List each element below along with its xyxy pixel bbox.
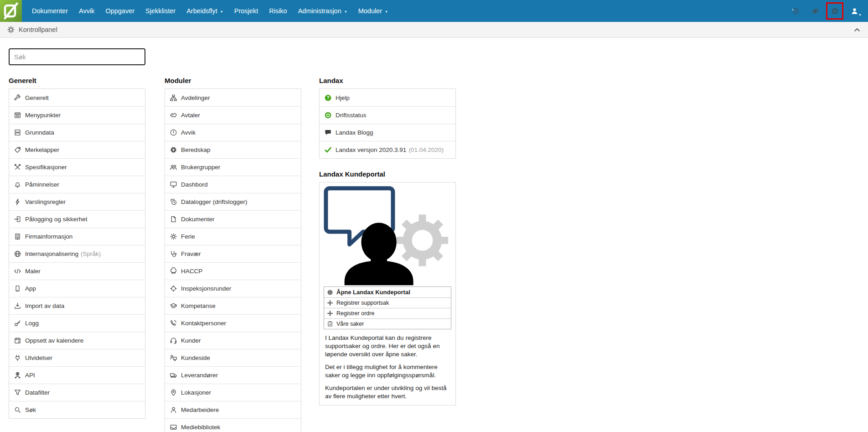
person-icon (170, 406, 177, 414)
module-link-row[interactable]: Inspeksjonsrunder (165, 280, 301, 297)
nav-menu-item[interactable]: Arbeidsflyt (181, 7, 229, 15)
module-link-row[interactable]: Beredskap (165, 141, 301, 158)
collapse-panel-button[interactable] (853, 26, 861, 33)
row-label: Datalogger (driftslogger) (181, 198, 248, 205)
phone-icon (14, 285, 21, 292)
module-link-row[interactable]: Datalogger (driftslogger) (165, 193, 301, 210)
landax-link-row[interactable]: ? Hjelp (320, 89, 455, 106)
kundeportal-paragraph: I Landax Kundeportal kan du registrere s… (325, 334, 450, 359)
settings-link-row[interactable]: API (9, 366, 145, 384)
file-icon (170, 215, 177, 223)
nav-menu-item[interactable]: Moduler (353, 7, 393, 15)
module-link-row[interactable]: Fravær (165, 245, 301, 262)
settings-link-row[interactable]: Påminnelser (9, 176, 145, 193)
settings-link-row[interactable]: Internasjonalisering (Språk) (9, 245, 145, 262)
landax-link-row[interactable]: Landax Blogg (320, 124, 455, 141)
module-link-row[interactable]: Kompetanse (165, 297, 301, 314)
row-label: Datafilter (25, 389, 50, 396)
clipboard-icon (327, 321, 333, 327)
headset-icon (170, 337, 177, 344)
module-link-row[interactable]: Medarbeidere (165, 401, 301, 418)
nav-menu-item-label: Dokumenter (32, 7, 68, 15)
nav-menu-item[interactable]: Prosjekt (229, 7, 264, 15)
wrench-icon (14, 94, 21, 102)
nav-menu-item[interactable]: Administrasjon (293, 7, 353, 15)
row-label: Søk (25, 406, 36, 413)
settings-link-row[interactable]: Menypunkter (9, 106, 145, 124)
kundeportal-menu-item[interactable]: Registrer ordre (324, 308, 451, 318)
module-link-row[interactable]: Lokasjoner (165, 384, 301, 401)
caret-down-icon (344, 7, 347, 15)
history-button[interactable] (787, 3, 804, 19)
api-icon (14, 371, 21, 379)
section-generelt: Generelt Generelt Menypunkter (9, 65, 145, 419)
nav-menu-item[interactable]: Avvik (73, 7, 100, 15)
module-link-row[interactable]: Avvik (165, 124, 301, 141)
nav-menu-item-label: Prosjekt (234, 7, 258, 15)
userscreen-icon (170, 354, 177, 362)
row-label: Logg (25, 320, 39, 327)
module-link-row[interactable]: Kundeside (165, 349, 301, 366)
kundeportal-menu-item[interactable]: Våre saker (324, 318, 451, 329)
row-label: Inspeksjonsrunder (181, 285, 231, 292)
clockcopy-icon (170, 198, 177, 206)
row-label: Avvik (181, 129, 196, 136)
row-label: Medarbeidere (181, 406, 219, 413)
module-link-row[interactable]: Avdelinger (165, 89, 301, 106)
search-input[interactable] (9, 48, 145, 65)
module-link-row[interactable]: Dashbord (165, 176, 301, 193)
settings-link-row[interactable]: Logg (9, 314, 145, 332)
module-link-row[interactable]: Ferie (165, 228, 301, 245)
settings-link-row[interactable]: Varslingsregler (9, 193, 145, 210)
nav-menu-item[interactable]: Sjekklister (140, 7, 181, 15)
landax-logo[interactable] (0, 0, 22, 22)
nav-menu-item[interactable]: Dokumenter (26, 7, 73, 15)
settings-link-row[interactable]: App (9, 280, 145, 297)
bolt-icon (14, 198, 21, 206)
settings-link-row[interactable]: Utvidelser (9, 349, 145, 366)
row-label: Pålogging og sikkerhet (25, 216, 88, 223)
module-link-row[interactable]: Dokumenter (165, 210, 301, 228)
page-title: Kontrollpanel (19, 26, 57, 33)
module-link-row[interactable]: Avtaler (165, 106, 301, 124)
module-link-row[interactable]: Brukergrupper (165, 158, 301, 176)
settings-link-row[interactable]: Import av data (9, 297, 145, 314)
caret-down-icon (220, 7, 223, 15)
search-icon (14, 406, 21, 414)
nav-menu-item[interactable]: Risiko (264, 7, 292, 15)
plus-icon (327, 310, 333, 317)
settings-link-row[interactable]: Datafilter (9, 384, 145, 401)
row-label: Varslingsregler (25, 198, 66, 205)
landax-link-row[interactable]: Driftsstatus (320, 106, 455, 124)
kundeportal-paragraph: Det er i tillegg mulighet for å kommente… (325, 363, 450, 380)
row-label: Påminnelser (25, 181, 59, 188)
landax-link-row[interactable]: Landax versjon 2020.3.91 (01.04.2020) (320, 141, 455, 158)
nav-menu-item-label: Risiko (269, 7, 287, 15)
settings-link-row[interactable]: Søk (9, 401, 145, 418)
kundeportal-menu-item[interactable]: Registrer supportsak (324, 297, 451, 308)
plus-icon (327, 300, 333, 306)
row-label: Merkelapper (25, 146, 59, 153)
settings-link-row[interactable]: Generelt (9, 89, 145, 106)
kundeportal-menu-item[interactable]: Åpne Landax Kundeportal (324, 287, 451, 297)
module-link-row[interactable]: Mediebibliotek (165, 418, 301, 432)
section-heading: Generelt (9, 77, 145, 84)
nav-menu-item[interactable]: Oppgaver (100, 7, 140, 15)
settings-link-row[interactable]: Merkelapper (9, 141, 145, 158)
settings-link-row[interactable]: Spesifikasjoner (9, 158, 145, 176)
row-label: Menypunkter (25, 112, 61, 119)
visibility-toggle-button[interactable] (807, 3, 823, 19)
settings-button[interactable] (827, 3, 843, 19)
settings-link-row[interactable]: Pålogging og sikkerhet (9, 210, 145, 228)
settings-link-row[interactable]: Oppsett av kalendere (9, 332, 145, 349)
user-menu-button[interactable]: ▼ (846, 3, 863, 19)
settings-link-row[interactable]: Firmainformasjon (9, 228, 145, 245)
module-link-row[interactable]: Leverandører (165, 366, 301, 384)
settings-link-row[interactable]: Grunndata (9, 124, 145, 141)
module-link-row[interactable]: Kontaktpersoner (165, 314, 301, 332)
nav-menu-item-label: Oppgaver (105, 7, 134, 15)
globedark-icon (327, 289, 333, 296)
module-link-row[interactable]: Kunder (165, 332, 301, 349)
module-link-row[interactable]: HACCP (165, 262, 301, 280)
settings-link-row[interactable]: Maler (9, 262, 145, 280)
